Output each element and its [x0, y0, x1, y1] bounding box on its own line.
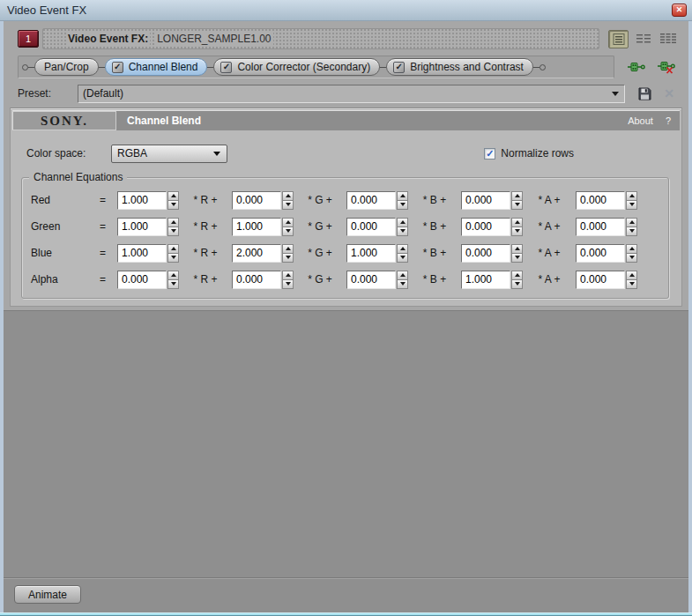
normalize-rows-control[interactable]: ✓ Normalize rows [484, 147, 574, 160]
spinbox-value[interactable]: 0.000 [117, 271, 167, 289]
spin-up-button[interactable] [626, 244, 637, 254]
coefficient-spinbox[interactable]: 1.000 [117, 191, 179, 210]
color-space-dropdown[interactable]: RGBA [111, 145, 227, 163]
spinbox-value[interactable]: 2.000 [232, 244, 281, 263]
about-link[interactable]: About [628, 115, 653, 126]
spinbox-value[interactable]: 0.000 [461, 244, 510, 263]
spin-down-button[interactable] [282, 280, 294, 289]
spin-down-button[interactable] [282, 254, 294, 263]
spin-down-button[interactable] [511, 254, 523, 263]
coefficient-spinbox[interactable]: 0.000 [117, 271, 179, 289]
tab-brightness-and-contrast[interactable]: ✓Brightness and Contrast [386, 58, 533, 76]
tab-pan-crop[interactable]: Pan/Crop [34, 58, 99, 76]
spin-down-button[interactable] [397, 227, 408, 236]
layout-grid-button[interactable] [633, 30, 653, 48]
spinbox-value[interactable]: 0.000 [576, 244, 625, 263]
close-button[interactable]: ✕ [672, 4, 687, 17]
track-number-badge[interactable]: 1 [18, 30, 39, 48]
spin-down-button[interactable] [626, 201, 637, 210]
spinbox-value[interactable]: 0.000 [461, 191, 510, 210]
coefficient-spinbox[interactable]: 0.000 [576, 191, 637, 210]
spin-up-button[interactable] [167, 191, 179, 201]
spin-down-button[interactable] [397, 201, 408, 210]
spin-up-button[interactable] [397, 244, 408, 254]
help-link[interactable]: ? [666, 115, 671, 126]
animate-button[interactable]: Animate [14, 585, 81, 604]
spin-up-button[interactable] [282, 191, 294, 201]
remove-plugin-button[interactable] [657, 59, 676, 75]
spin-up-button[interactable] [167, 218, 179, 227]
spin-up-button[interactable] [626, 218, 637, 227]
coefficient-spinbox[interactable]: 0.000 [461, 244, 523, 263]
spinbox-value[interactable]: 0.000 [346, 218, 396, 236]
coefficient-spinbox[interactable]: 1.000 [117, 218, 179, 236]
spin-down-button[interactable] [397, 254, 408, 263]
spin-down-button[interactable] [511, 201, 523, 210]
coefficient-spinbox[interactable]: 0.000 [576, 218, 637, 236]
spin-up-button[interactable] [282, 244, 294, 254]
fx-enable-checkbox[interactable]: ✓ [220, 62, 232, 73]
spin-up-button[interactable] [511, 191, 523, 201]
coefficient-spinbox[interactable]: 0.000 [232, 271, 294, 289]
delete-preset-button[interactable]: ✕ [660, 85, 678, 102]
spinbox-value[interactable]: 0.000 [461, 218, 510, 236]
spin-down-button[interactable] [626, 227, 637, 236]
coefficient-spinbox[interactable]: 2.000 [232, 244, 294, 263]
spinbox-value[interactable]: 1.000 [461, 271, 510, 289]
spinbox-value[interactable]: 0.000 [576, 191, 625, 210]
coefficient-spinbox[interactable]: 1.000 [346, 244, 408, 263]
spin-up-button[interactable] [626, 271, 637, 280]
spin-up-button[interactable] [167, 271, 179, 280]
fx-enable-checkbox[interactable]: ✓ [112, 62, 123, 73]
spin-down-button[interactable] [167, 227, 179, 236]
spin-down-button[interactable] [397, 280, 408, 289]
spin-up-button[interactable] [626, 191, 637, 201]
coefficient-spinbox[interactable]: 0.000 [576, 271, 637, 289]
coefficient-spinbox[interactable]: 0.000 [232, 191, 294, 210]
coefficient-spinbox[interactable]: 0.000 [576, 244, 637, 263]
spin-down-button[interactable] [626, 254, 637, 263]
coefficient-spinbox[interactable]: 1.000 [232, 218, 294, 236]
spin-up-button[interactable] [397, 271, 408, 280]
spinbox-value[interactable]: 0.000 [346, 271, 396, 289]
spinbox-value[interactable]: 0.000 [346, 191, 396, 210]
spin-up-button[interactable] [282, 271, 294, 280]
spin-down-button[interactable] [167, 254, 179, 263]
fx-enable-checkbox[interactable]: ✓ [393, 62, 405, 73]
coefficient-spinbox[interactable]: 0.000 [461, 191, 523, 210]
spin-down-button[interactable] [282, 201, 294, 210]
spin-up-button[interactable] [511, 244, 523, 254]
spinbox-value[interactable]: 1.000 [117, 191, 167, 210]
titlebar[interactable]: Video Event FX ✕ [0, 0, 692, 21]
spin-up-button[interactable] [397, 191, 408, 201]
spin-down-button[interactable] [167, 280, 179, 289]
spinbox-value[interactable]: 0.000 [576, 271, 625, 289]
tab-color-corrector-secondary[interactable]: ✓Color Corrector (Secondary) [213, 58, 380, 76]
spin-up-button[interactable] [167, 244, 179, 254]
spin-down-button[interactable] [511, 227, 523, 236]
layout-dense-grid-button[interactable] [658, 30, 678, 48]
plugin-chain-button[interactable] [627, 59, 646, 75]
coefficient-spinbox[interactable]: 1.000 [461, 271, 523, 289]
spinbox-value[interactable]: 1.000 [232, 218, 281, 236]
save-preset-button[interactable] [636, 85, 653, 102]
spin-up-button[interactable] [397, 218, 408, 227]
spin-down-button[interactable] [282, 227, 294, 236]
spinbox-value[interactable]: 0.000 [576, 218, 625, 236]
coefficient-spinbox[interactable]: 0.000 [346, 191, 408, 210]
spin-up-button[interactable] [511, 271, 523, 280]
coefficient-spinbox[interactable]: 0.000 [346, 218, 408, 236]
spinbox-value[interactable]: 0.000 [232, 271, 281, 289]
spin-down-button[interactable] [167, 201, 179, 210]
fx-header-drag-bar[interactable]: Video Event FX: LONGER_SAMPLE1.00 [42, 28, 599, 49]
coefficient-spinbox[interactable]: 1.000 [117, 244, 179, 263]
spin-up-button[interactable] [511, 218, 523, 227]
spin-up-button[interactable] [282, 218, 294, 227]
layout-list-button[interactable] [608, 30, 629, 48]
spin-down-button[interactable] [626, 280, 637, 289]
coefficient-spinbox[interactable]: 0.000 [346, 271, 408, 289]
spinbox-value[interactable]: 0.000 [232, 191, 281, 210]
spin-down-button[interactable] [511, 280, 523, 289]
normalize-rows-checkbox[interactable]: ✓ [484, 148, 495, 160]
tab-channel-blend[interactable]: ✓Channel Blend [105, 58, 208, 76]
